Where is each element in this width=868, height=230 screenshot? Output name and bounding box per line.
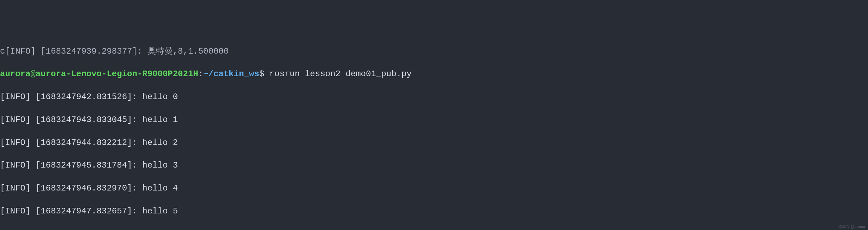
prompt-colon: : xyxy=(198,69,203,79)
log-output-line: [INFO] [1683247944.832212]: hello 2 xyxy=(0,137,868,149)
log-output-line: [INFO] [1683247948.832666]: hello 6 xyxy=(0,229,868,230)
prompt-line: aurora@aurora-Lenovo-Legion-R9000P2021H:… xyxy=(0,68,868,80)
log-output-line: [INFO] [1683247946.832970]: hello 4 xyxy=(0,183,868,194)
prompt-dollar: $ xyxy=(259,69,264,79)
current-path: ~/catkin_ws xyxy=(203,69,259,79)
log-output-line: [INFO] [1683247945.831784]: hello 3 xyxy=(0,160,868,171)
log-output-line: [INFO] [1683247947.832657]: hello 5 xyxy=(0,206,868,217)
log-output-line: [INFO] [1683247943.833045]: hello 1 xyxy=(0,114,868,126)
terminal-window[interactable]: c[INFO] [1683247939.298377]: 奥特曼,8,1.500… xyxy=(0,46,868,230)
command-input[interactable]: rosrun lesson2 demo01_pub.py xyxy=(264,69,412,79)
user-host: aurora@aurora-Lenovo-Legion-R9000P2021H xyxy=(0,69,198,79)
partial-output-line: c[INFO] [1683247939.298377]: 奥特曼,8,1.500… xyxy=(0,46,868,57)
watermark: CSDN @ppeua xyxy=(838,224,865,229)
log-output-line: [INFO] [1683247942.831526]: hello 0 xyxy=(0,91,868,103)
